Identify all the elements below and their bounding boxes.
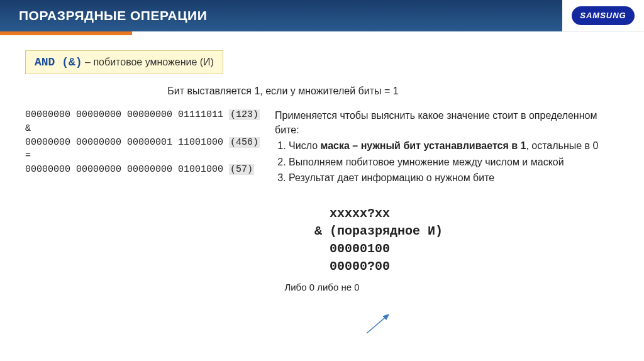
description: Применяется чтобы выяснить какое значени… [275, 108, 619, 186]
logo-area: SAMSUNG [562, 0, 644, 31]
mono-line: & (поразрядное И) [314, 224, 443, 238]
code-value: (123) [229, 109, 260, 120]
mask-example: xxxxx?xx & (поразрядное И) 00000100 0000… [314, 205, 619, 275]
svg-line-0 [367, 314, 389, 333]
samsung-logo: SAMSUNG [572, 6, 635, 25]
code-line: = [25, 150, 31, 161]
mono-line: xxxxx?xx [314, 206, 390, 221]
op-desc: – побитовое умножение (И) [82, 57, 214, 67]
two-column: 00000000 00000000 00000000 01111011 (123… [25, 108, 619, 186]
accent-bar [0, 31, 132, 35]
op-name: AND (&) [35, 56, 82, 69]
subtitle: Бит выставляется 1, если у множителей би… [126, 86, 440, 97]
code-line: 00000000 00000000 00000001 11001000 [25, 137, 229, 148]
operation-box: AND (&) – побитовое умножение (И) [25, 50, 223, 74]
code-value: (456) [229, 137, 260, 148]
desc-intro: Применяется чтобы выяснить какое значени… [275, 108, 619, 137]
code-line: & [25, 123, 31, 134]
header-main: ПОРАЗРЯДНЫЕ ОПЕРАЦИИ [0, 0, 562, 31]
header-bar: ПОРАЗРЯДНЫЕ ОПЕРАЦИИ SAMSUNG [0, 0, 644, 31]
content: AND (&) – побитовое умножение (И) Бит вы… [0, 31, 644, 305]
desc-list: Число маска – нужный бит устанавливается… [275, 138, 619, 185]
mono-line: 00000?00 [314, 259, 390, 274]
page-title: ПОРАЗРЯДНЫЕ ОПЕРАЦИИ [19, 8, 207, 23]
list-item: Результат дает информацию о нужном бите [289, 170, 619, 185]
arrow-icon [364, 311, 395, 336]
code-line: 00000000 00000000 00000000 01111011 [25, 109, 229, 120]
footer-note: Либо 0 либо не 0 [25, 282, 619, 292]
list-item: Число маска – нужный бит устанавливается… [289, 138, 619, 153]
code-value: (57) [229, 164, 254, 175]
code-example: 00000000 00000000 00000000 01111011 (123… [25, 108, 260, 186]
code-line: 00000000 00000000 00000000 01001000 [25, 164, 229, 175]
list-item: Выполняем побитовое умножение между числ… [289, 155, 619, 169]
mono-line: 00000100 [314, 242, 390, 256]
